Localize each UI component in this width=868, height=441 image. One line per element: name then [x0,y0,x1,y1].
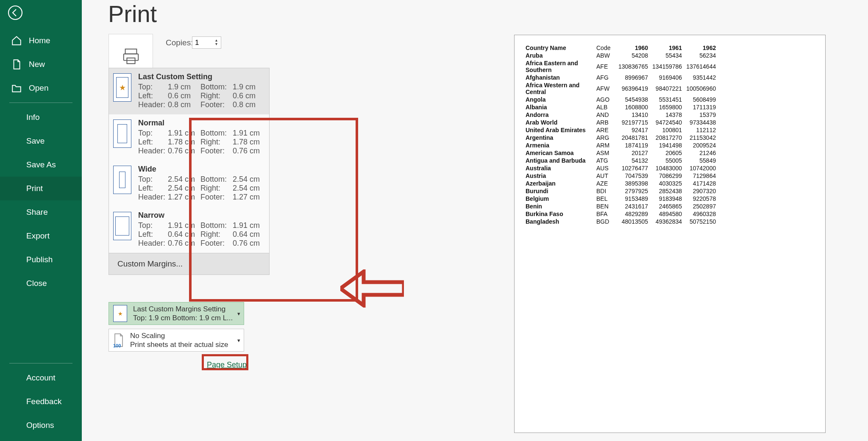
print-main: Print Copies: 1 ▴ ▾ ★ Last Custom Settin… [82,0,868,441]
document-icon: 100 [113,333,124,347]
scaling-setting-button[interactable]: 100 No Scaling Print sheets at their act… [108,329,244,352]
copies-input[interactable]: 1 ▴ ▾ [192,36,221,49]
margins-option-normal[interactable]: Normal Top:1.91 cmBottom:1.91 cm Left:1.… [109,114,269,161]
nav-new[interactable]: New [0,53,82,76]
annotation-arrow [340,269,404,309]
arrow-left-icon [340,269,404,308]
page-title: Print [108,0,157,28]
nav-publish[interactable]: Publish [0,248,82,272]
printer-icon [121,47,141,66]
spinner-down-icon[interactable]: ▾ [214,43,218,47]
margins-option-last-custom[interactable]: ★ Last Custom Setting Top:1.9 cmBottom:1… [109,68,269,114]
margins-option-wide[interactable]: Wide Top:2.54 cmBottom:2.54 cm Left:2.54… [109,161,269,207]
nav-home-label: Home [29,36,50,45]
copies-label: Copies: [166,38,193,47]
margins-option-custom[interactable]: Custom Margins... [109,253,269,275]
home-icon [11,35,22,46]
backstage-sidebar: Home New Open Info Save Save As Print Sh… [0,0,82,441]
chevron-down-icon: ▾ [237,337,240,344]
nav-save-as[interactable]: Save As [0,153,82,177]
nav-open[interactable]: Open [0,76,82,100]
preview-table: Country NameCode196019611962ArubaABW5420… [523,44,718,226]
margins-option-narrow[interactable]: Narrow Top:1.91 cmBottom:1.91 cm Left:0.… [109,207,269,253]
nav-feedback[interactable]: Feedback [0,390,82,413]
annotation-red-box-pagesetup [202,354,248,370]
print-preview: Country NameCode196019611962ArubaABW5420… [514,35,826,433]
margins-setting-button[interactable]: ★ Last Custom Margins Setting Top: 1.9 c… [108,302,244,325]
margins-dropdown: ★ Last Custom Setting Top:1.9 cmBottom:1… [108,68,270,275]
margins-thumb-icon [113,166,131,194]
copies-spinner[interactable]: ▴ ▾ [214,39,218,47]
new-file-icon [11,59,22,70]
nav-close[interactable]: Close [0,272,82,295]
nav-new-label: New [29,60,45,69]
back-arrow-icon [8,5,23,20]
margins-thumb-icon [113,212,131,240]
margins-thumb-icon: ★ [113,305,127,322]
copies-value: 1 [195,39,214,47]
svg-rect-2 [123,54,138,60]
nav-share[interactable]: Share [0,200,82,224]
nav-options[interactable]: Options [0,413,82,437]
nav-print[interactable]: Print [0,177,82,200]
svg-point-0 [8,6,22,19]
nav-save[interactable]: Save [0,129,82,153]
margins-thumb-icon [113,119,131,148]
svg-marker-4 [340,272,404,305]
nav-open-label: Open [29,83,48,93]
margins-thumb-icon: ★ [113,73,131,102]
nav-home[interactable]: Home [0,29,82,53]
chevron-down-icon: ▾ [237,311,240,317]
nav-info[interactable]: Info [0,105,82,129]
nav-export[interactable]: Export [0,224,82,248]
back-arrow-button[interactable] [4,2,26,24]
nav-account[interactable]: Account [0,366,82,390]
star-icon: ★ [118,311,123,317]
svg-rect-1 [125,49,136,54]
open-folder-icon [11,83,22,94]
